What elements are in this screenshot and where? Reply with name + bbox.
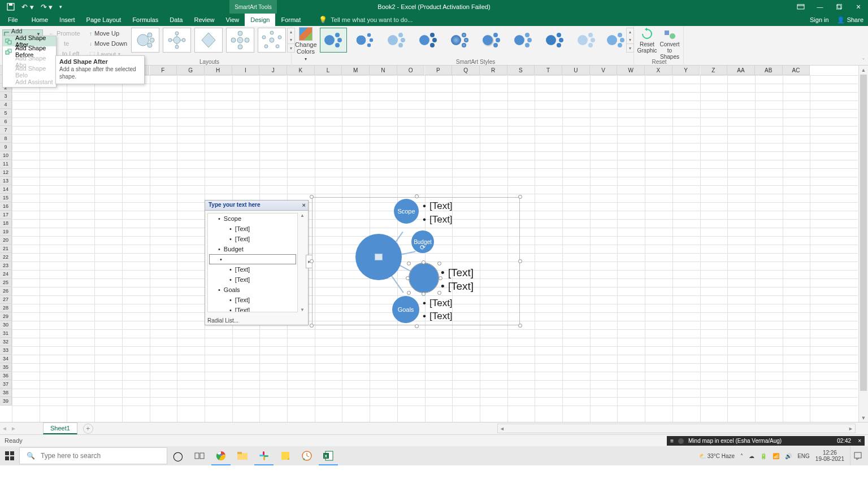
tab-insert[interactable]: Insert — [54, 14, 81, 26]
recording-overlay[interactable]: ≡ Mind map in excel (Esha Verma/Aug) 02:… — [667, 436, 865, 446]
tab-nav-next[interactable]: ► — [9, 425, 18, 432]
row-header[interactable]: 16 — [0, 202, 12, 211]
save-icon[interactable] — [7, 3, 15, 11]
style-option-8[interactable] — [541, 28, 568, 53]
row-header[interactable]: 23 — [0, 262, 12, 270]
text-pane-list[interactable]: •Scope•[Text]•[Text]•Budget••[Text]•[Tex… — [207, 213, 298, 312]
styles-gallery-more[interactable]: ▴▾▾ — [626, 28, 634, 53]
slack-icon[interactable] — [253, 446, 275, 465]
close-button[interactable]: × — [849, 0, 868, 14]
tab-review[interactable]: Review — [188, 14, 220, 26]
style-option-2[interactable] — [351, 28, 379, 53]
column-header[interactable]: AC — [783, 66, 810, 75]
text-pane-item[interactable]: •[Text] — [208, 295, 297, 305]
style-option-7[interactable] — [510, 28, 537, 53]
layout-option-2[interactable] — [163, 28, 191, 53]
row-header[interactable]: 12 — [0, 168, 12, 177]
convert-to-shapes-button[interactable]: Convertto Shapes — [659, 27, 680, 60]
tab-design[interactable]: Design — [245, 14, 275, 26]
language-indicator[interactable]: ENG — [797, 453, 810, 459]
tab-nav-prev[interactable]: ◄ — [0, 425, 9, 432]
column-header[interactable]: N — [370, 66, 397, 75]
text-pane-close-icon[interactable]: × — [302, 202, 306, 208]
row-header[interactable]: 9 — [0, 143, 12, 151]
move-up-button[interactable]: Move Up — [94, 30, 119, 37]
column-header[interactable]: M — [342, 66, 370, 75]
text-pane-item[interactable]: •[Text] — [208, 234, 297, 244]
style-option-5[interactable] — [446, 28, 474, 53]
row-header[interactable]: 30 — [0, 321, 12, 329]
row-header[interactable]: 15 — [0, 194, 12, 202]
row-header[interactable]: 14 — [0, 185, 12, 194]
column-header[interactable]: V — [590, 66, 618, 75]
column-header[interactable]: O — [397, 66, 425, 75]
row-header[interactable]: 22 — [0, 253, 12, 262]
column-header[interactable]: J — [259, 66, 287, 75]
sticky-notes-icon[interactable] — [275, 446, 296, 465]
minimize-button[interactable]: — — [810, 0, 830, 14]
row-header[interactable]: 27 — [0, 295, 12, 304]
row-header[interactable]: 36 — [0, 372, 12, 380]
smartart-bullet[interactable]: •[Text] — [423, 298, 453, 309]
row-header[interactable]: 19 — [0, 228, 12, 236]
row-header[interactable]: 31 — [0, 329, 12, 338]
column-header[interactable]: AB — [755, 66, 783, 75]
tab-page-layout[interactable]: Page Layout — [81, 14, 127, 26]
layout-option-3[interactable] — [194, 28, 223, 53]
tab-formulas[interactable]: Formulas — [127, 14, 164, 26]
text-pane-item[interactable]: •[Text] — [208, 224, 297, 234]
row-header[interactable]: 38 — [0, 389, 12, 397]
tab-home[interactable]: Home — [26, 14, 54, 26]
column-header[interactable]: AA — [727, 66, 755, 75]
column-header[interactable]: Q — [452, 66, 480, 75]
tab-view[interactable]: View — [220, 14, 245, 26]
row-header[interactable]: 37 — [0, 380, 12, 389]
horizontal-scrollbar[interactable]: ◄► — [497, 424, 856, 433]
column-header[interactable]: X — [645, 66, 672, 75]
tab-file[interactable]: File — [0, 14, 26, 26]
wifi-icon[interactable]: 📶 — [772, 453, 779, 459]
row-header[interactable]: 28 — [0, 304, 12, 312]
weather-widget[interactable]: ⛅ 33°C Haze — [699, 453, 735, 459]
chrome-icon[interactable] — [210, 446, 232, 465]
new-sheet-button[interactable]: + — [83, 424, 93, 434]
row-header[interactable]: 7 — [0, 126, 12, 134]
smartart-node-budget[interactable]: Budget⟳ — [411, 230, 434, 253]
taskbar-search[interactable]: 🔍Type here to search — [19, 447, 167, 464]
style-option-6[interactable] — [478, 28, 505, 53]
row-header[interactable]: 18 — [0, 219, 12, 228]
smartart-bullet[interactable]: •[Text] — [423, 201, 453, 212]
style-option-9[interactable] — [573, 28, 600, 53]
move-down-button[interactable]: Move Down — [94, 40, 127, 47]
tell-me-search[interactable]: 💡Tell me what you want to do... — [319, 14, 413, 26]
smartart-bullet[interactable]: •[Text] — [441, 280, 474, 293]
column-header[interactable]: H — [205, 66, 232, 75]
column-header[interactable]: K — [287, 66, 315, 75]
onedrive-icon[interactable]: ☁ — [749, 453, 754, 459]
sheet-tab-1[interactable]: Sheet1 — [43, 422, 77, 434]
sign-in-link[interactable]: Sign in — [810, 16, 829, 23]
reset-graphic-button[interactable]: ResetGraphic — [636, 27, 658, 54]
clock-app-icon[interactable] — [296, 446, 318, 465]
row-header[interactable]: 24 — [0, 270, 12, 278]
layout-option-4[interactable] — [226, 28, 254, 53]
vertical-scrollbar[interactable]: ▲▼ — [858, 66, 868, 422]
undo-icon[interactable]: ↶ ▾ — [21, 3, 34, 11]
row-header[interactable]: 11 — [0, 160, 12, 168]
overlay-close-icon[interactable]: × — [858, 438, 861, 444]
smartart-node-goals[interactable]: Goals — [392, 296, 419, 323]
smartart-bullet[interactable]: •[Text] — [423, 214, 453, 225]
smartart-bullet[interactable]: •[Text] — [423, 311, 453, 322]
row-header[interactable]: 20 — [0, 236, 12, 245]
taskbar-clock[interactable]: 12:2619-08-2021 — [815, 450, 844, 462]
column-header[interactable]: W — [617, 66, 645, 75]
picture-placeholder-icon[interactable] — [375, 254, 383, 260]
column-header[interactable]: L — [315, 66, 342, 75]
action-center-icon[interactable] — [850, 446, 865, 465]
tray-chevron-icon[interactable]: ˄ — [740, 453, 743, 459]
text-pane-item[interactable]: •[Text] — [208, 305, 297, 312]
qat-customize-icon[interactable]: ▾ — [59, 4, 62, 10]
column-header[interactable]: F — [150, 66, 177, 75]
redo-icon[interactable]: ↷ ▾ — [41, 3, 53, 11]
style-option-1[interactable] — [320, 28, 347, 53]
